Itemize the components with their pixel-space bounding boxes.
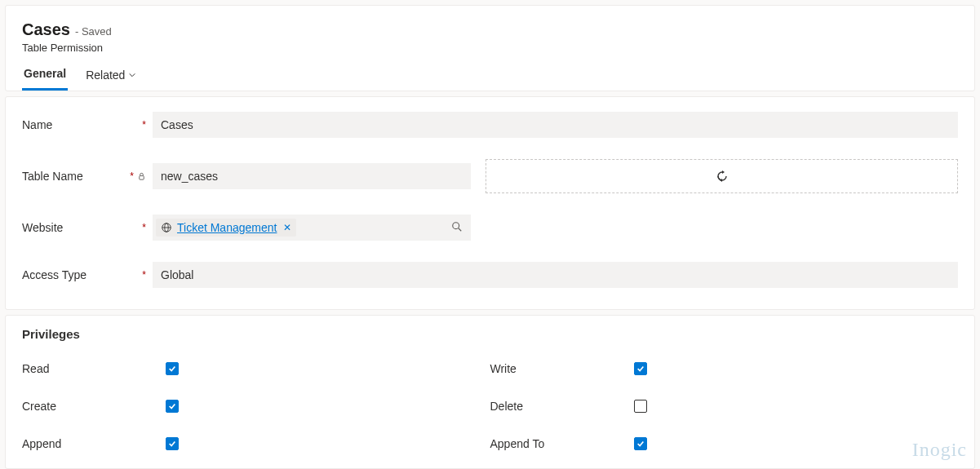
general-form: Name * Table Name * [5, 96, 975, 310]
field-row-access-type: Access Type * [22, 262, 958, 288]
tab-related[interactable]: Related [84, 67, 138, 91]
globe-icon [161, 222, 172, 233]
chevron-down-icon [128, 71, 136, 79]
privilege-label: Create [22, 400, 166, 413]
check-icon [168, 440, 176, 448]
privilege-label: Delete [490, 400, 634, 413]
entity-subtitle: Table Permission [22, 42, 958, 54]
required-indicator: * [142, 269, 146, 281]
privilege-label: Read [22, 362, 166, 375]
privilege-checkbox[interactable] [166, 362, 179, 375]
table-name-input[interactable] [153, 163, 471, 189]
privileges-section: Privileges ReadWriteCreateDeleteAppendAp… [5, 315, 975, 469]
privilege-item: Write [490, 362, 959, 375]
save-state: - Saved [75, 25, 112, 38]
privilege-checkbox[interactable] [166, 437, 179, 450]
website-label: Website [22, 221, 63, 234]
refresh-icon [716, 170, 729, 183]
privilege-checkbox[interactable] [634, 437, 647, 450]
privilege-checkbox[interactable] [634, 400, 647, 413]
required-indicator: * [130, 170, 134, 182]
name-label: Name [22, 118, 52, 131]
privilege-item: Append [22, 437, 490, 450]
tab-list: General Related [22, 67, 958, 91]
svg-rect-0 [140, 175, 144, 179]
field-row-table-name: Table Name * [22, 159, 958, 193]
svg-point-4 [453, 222, 459, 228]
tab-general-label: General [24, 67, 66, 80]
required-indicator: * [142, 222, 146, 233]
tab-related-label: Related [86, 69, 125, 82]
website-search-button[interactable] [446, 221, 468, 235]
page-title: Cases [22, 20, 70, 39]
access-type-input[interactable] [153, 262, 958, 288]
tab-general[interactable]: General [22, 67, 68, 91]
svg-line-5 [459, 228, 462, 231]
privilege-item: Delete [490, 400, 959, 413]
check-icon [636, 440, 645, 448]
field-row-website: Website * Ticket Management ✕ [22, 215, 958, 241]
privilege-item: Append To [490, 437, 959, 450]
page-header: Cases - Saved Table Permission General R… [5, 5, 975, 91]
privilege-label: Append To [490, 437, 634, 450]
access-type-label: Access Type [22, 268, 86, 281]
table-name-label: Table Name [22, 170, 83, 183]
privilege-item: Create [22, 400, 490, 413]
field-row-name: Name * [22, 112, 958, 138]
check-icon [168, 402, 176, 410]
remove-website-button[interactable]: ✕ [282, 222, 291, 233]
required-indicator: * [142, 119, 146, 131]
loading-placeholder [486, 159, 958, 193]
privilege-checkbox[interactable] [166, 400, 179, 413]
check-icon [636, 365, 645, 373]
privilege-item: Read [22, 362, 490, 375]
website-pill[interactable]: Ticket Management ✕ [156, 219, 296, 237]
search-icon [451, 221, 463, 232]
website-lookup[interactable]: Ticket Management ✕ [153, 215, 471, 241]
website-link[interactable]: Ticket Management [177, 221, 277, 234]
privilege-label: Write [490, 362, 634, 375]
privilege-label: Append [22, 437, 166, 450]
check-icon [168, 365, 176, 373]
watermark: Inogic [912, 439, 967, 461]
name-input[interactable] [153, 112, 958, 138]
privilege-checkbox[interactable] [634, 362, 647, 375]
lock-icon [137, 172, 146, 181]
privileges-title: Privileges [22, 327, 958, 341]
